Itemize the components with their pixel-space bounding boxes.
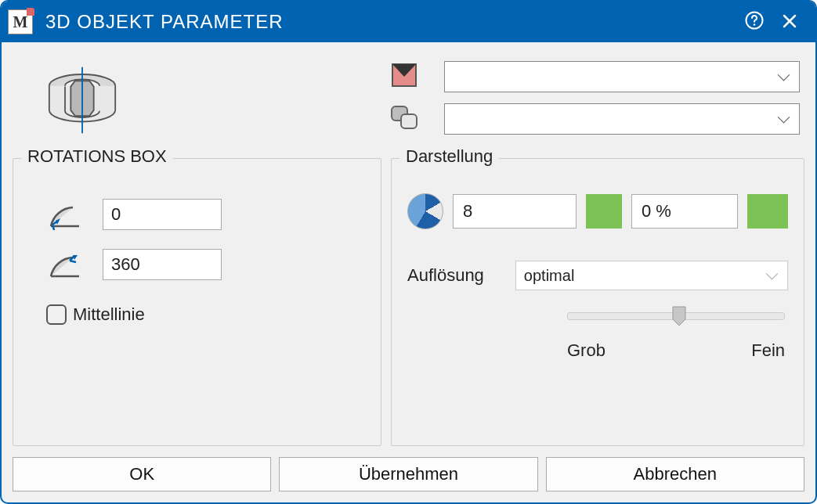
slider-thumb-icon: [671, 305, 687, 327]
app-icon: M: [8, 9, 33, 34]
rotations-box-group: ROTATIONS BOX: [13, 158, 381, 446]
svg-point-1: [754, 23, 755, 25]
close-button[interactable]: [770, 11, 809, 33]
resolution-label: Auflösung: [407, 265, 484, 286]
window-title: 3D OBJEKT PARAMETER: [45, 11, 739, 33]
start-angle-input[interactable]: [103, 199, 222, 230]
object-preview-area: [17, 61, 369, 142]
rotations-box-title: ROTATIONS BOX: [21, 146, 173, 167]
segments-color-swatch[interactable]: [586, 194, 622, 229]
material-icon: [385, 63, 424, 91]
groups-row: ROTATIONS BOX: [13, 158, 804, 446]
resolution-slider[interactable]: [567, 312, 785, 320]
buttons-row: OK Übernehmen Abbrechen: [13, 455, 804, 491]
dialog-content: ROTATIONS BOX: [2, 42, 815, 502]
darstellung-title: Darstellung: [399, 146, 499, 167]
end-angle-input[interactable]: [103, 249, 222, 280]
layer-select[interactable]: [444, 103, 800, 135]
end-angle-icon: [46, 248, 84, 281]
segments-icon: [407, 193, 443, 229]
slider-label-fine: Fein: [751, 340, 785, 361]
percent-input[interactable]: [631, 194, 738, 229]
help-icon: [745, 11, 764, 30]
percent-color-swatch[interactable]: [747, 194, 788, 229]
layer-icon: [385, 103, 424, 135]
ok-button[interactable]: OK: [13, 457, 271, 491]
centerline-checkbox[interactable]: [46, 304, 67, 325]
titlebar: M 3D OBJEKT PARAMETER: [2, 2, 815, 42]
darstellung-group: Darstellung Auflösung optimal: [391, 158, 804, 446]
material-select[interactable]: [444, 61, 800, 92]
segments-input[interactable]: [453, 194, 577, 229]
start-angle-icon: [46, 198, 84, 231]
cancel-button[interactable]: Abbrechen: [546, 457, 804, 491]
help-button[interactable]: [739, 11, 770, 34]
top-row: [13, 53, 804, 149]
centerline-label: Mittellinie: [73, 304, 145, 325]
resolution-value: optimal: [524, 267, 574, 285]
rotation-body-icon: [39, 61, 125, 142]
apply-button[interactable]: Übernehmen: [279, 457, 537, 491]
svg-rect-7: [401, 114, 417, 128]
close-icon: [783, 14, 797, 28]
top-right-combos: [385, 61, 800, 142]
dialog-window: M 3D OBJEKT PARAMETER: [0, 0, 817, 504]
slider-label-coarse: Grob: [567, 340, 606, 361]
resolution-select[interactable]: optimal: [515, 261, 788, 290]
